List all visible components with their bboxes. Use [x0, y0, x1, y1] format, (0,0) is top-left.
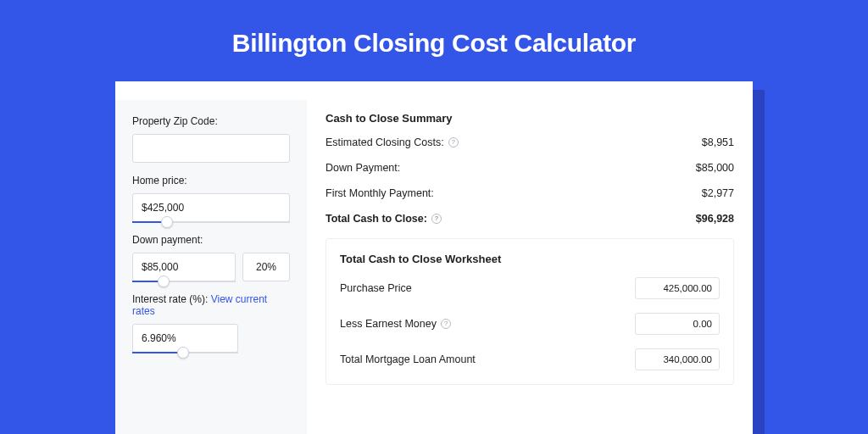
summary-label: First Monthly Payment:: [326, 187, 434, 199]
down-payment-percent[interactable]: 20%: [242, 253, 290, 281]
worksheet-title: Total Cash to Close Worksheet: [340, 253, 720, 265]
summary-row-first-monthly: First Monthly Payment: $2,977: [326, 187, 734, 199]
summary-title: Cash to Close Summary: [326, 112, 734, 125]
summary-value: $8,951: [702, 136, 734, 148]
field-interest-rate: Interest rate (%): View current rates: [132, 293, 290, 353]
summary-label: Estimated Closing Costs:: [326, 136, 444, 148]
help-icon[interactable]: ?: [448, 137, 459, 147]
summary-row-closing-costs: Estimated Closing Costs: ? $8,951: [326, 136, 734, 148]
home-price-input[interactable]: [132, 193, 290, 222]
summary-label: Down Payment:: [326, 162, 400, 174]
worksheet-card: Total Cash to Close Worksheet Purchase P…: [326, 238, 734, 385]
page-title: Billington Closing Cost Calculator: [232, 29, 636, 58]
calculator-panel-wrap: Property Zip Code: Home price: Down paym…: [115, 81, 753, 434]
interest-rate-slider[interactable]: [132, 324, 238, 353]
home-price-label: Home price:: [132, 175, 290, 186]
worksheet-row-earnest-money: Less Earnest Money ?: [340, 313, 720, 335]
slider-thumb[interactable]: [158, 275, 170, 287]
results-main: Cash to Close Summary Estimated Closing …: [307, 100, 753, 434]
summary-total-value: $96,928: [696, 213, 734, 225]
panel-body: Property Zip Code: Home price: Down paym…: [115, 100, 753, 434]
field-down-payment: Down payment: 20%: [132, 234, 290, 281]
down-payment-slider[interactable]: [132, 253, 236, 281]
inputs-sidebar: Property Zip Code: Home price: Down paym…: [115, 100, 307, 434]
down-payment-label: Down payment:: [132, 234, 290, 246]
slider-fill: [132, 352, 183, 353]
worksheet-row-purchase-price: Purchase Price: [340, 277, 720, 299]
summary-row-down-payment: Down Payment: $85,000: [326, 162, 734, 174]
field-zip: Property Zip Code:: [132, 115, 290, 163]
worksheet-label: Purchase Price: [340, 282, 412, 294]
summary-value: $85,000: [696, 162, 734, 174]
slider-thumb[interactable]: [177, 347, 189, 359]
calculator-panel: Property Zip Code: Home price: Down paym…: [115, 81, 753, 434]
interest-rate-label-text: Interest rate (%):: [132, 293, 211, 305]
help-icon[interactable]: ?: [431, 214, 442, 224]
interest-rate-label: Interest rate (%): View current rates: [132, 293, 290, 317]
worksheet-row-mortgage-amount: Total Mortgage Loan Amount: [340, 348, 720, 370]
help-icon[interactable]: ?: [441, 319, 451, 329]
zip-label: Property Zip Code:: [132, 115, 290, 127]
worksheet-input-mortgage-amount[interactable]: [635, 348, 720, 370]
down-payment-input[interactable]: [132, 253, 236, 281]
panel-top-frame: [115, 81, 753, 100]
home-price-slider[interactable]: [132, 193, 290, 222]
summary-total-label: Total Cash to Close:: [326, 213, 427, 225]
worksheet-input-earnest-money[interactable]: [635, 313, 720, 335]
zip-input[interactable]: [132, 134, 290, 163]
summary-row-total: Total Cash to Close: ? $96,928: [326, 213, 734, 225]
slider-thumb[interactable]: [161, 216, 173, 228]
worksheet-input-purchase-price[interactable]: [635, 277, 720, 299]
worksheet-label: Less Earnest Money: [340, 318, 437, 330]
summary-value: $2,977: [702, 187, 734, 199]
worksheet-label: Total Mortgage Loan Amount: [340, 353, 476, 365]
field-home-price: Home price:: [132, 175, 290, 222]
